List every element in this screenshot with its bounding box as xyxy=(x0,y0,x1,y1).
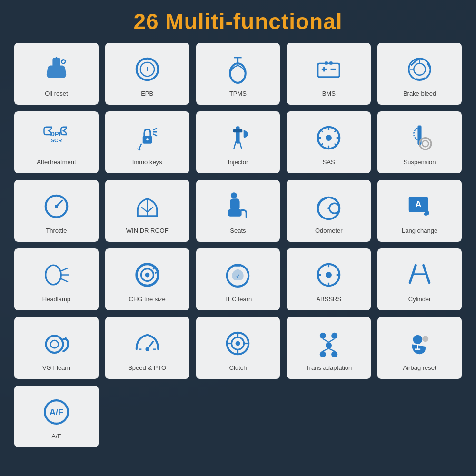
card-label: SAS xyxy=(323,159,335,166)
svg-rect-9 xyxy=(329,61,333,65)
card-label: TPMS xyxy=(229,90,247,97)
card-label: A/F xyxy=(51,433,61,440)
svg-line-74 xyxy=(323,348,329,351)
feature-grid: Oil reset!EPBTPMSBMSBrake bleedDPFSCRAft… xyxy=(14,43,462,447)
svg-point-62 xyxy=(236,341,240,346)
card-vgt-learn[interactable]: VGT learn xyxy=(14,317,99,379)
svg-point-14 xyxy=(414,63,425,75)
card-label: Seats xyxy=(230,227,246,234)
dpf-icon: DPFSCR xyxy=(40,121,73,155)
svg-text:!: ! xyxy=(146,65,149,73)
card-label: Injector xyxy=(228,159,248,166)
card-seats[interactable]: Seats xyxy=(196,180,280,242)
injector-icon xyxy=(221,121,255,155)
svg-text:✓: ✓ xyxy=(236,273,240,279)
headlamp-icon xyxy=(40,258,73,292)
svg-point-37 xyxy=(327,207,330,209)
svg-point-68 xyxy=(331,333,337,339)
card-label: Lang change xyxy=(402,227,437,234)
card-tpms[interactable]: TPMS xyxy=(196,43,280,105)
card-label: Immo keys xyxy=(132,159,162,166)
sas-icon xyxy=(312,121,346,155)
epb-icon: ! xyxy=(130,53,164,86)
vgt-icon xyxy=(40,327,73,360)
svg-point-70 xyxy=(320,351,326,357)
lang-icon: A xyxy=(403,190,436,223)
svg-rect-21 xyxy=(236,126,240,144)
card-headlamp[interactable]: Headlamp xyxy=(14,248,99,310)
card-label: Airbag reset xyxy=(403,364,436,371)
card-label: Trans adaptation xyxy=(306,364,352,371)
clutch-icon xyxy=(221,327,255,360)
svg-point-50 xyxy=(326,272,332,278)
svg-line-41 xyxy=(61,268,68,271)
svg-line-72 xyxy=(323,339,329,342)
card-brake-bleed[interactable]: Brake bleed xyxy=(377,43,462,105)
card-label: WIN DR ROOF xyxy=(126,227,169,234)
suspension-icon xyxy=(403,121,436,155)
card-cylinder[interactable]: Cylinder xyxy=(377,248,462,310)
card-injector[interactable]: Injector xyxy=(196,111,280,173)
svg-point-54 xyxy=(46,336,63,353)
svg-point-20 xyxy=(146,138,149,140)
svg-point-34 xyxy=(231,192,237,198)
card-abssrs[interactable]: ABSSRS xyxy=(287,248,371,310)
svg-point-27 xyxy=(422,140,428,147)
card-bms[interactable]: BMS xyxy=(287,43,371,105)
tpms-icon xyxy=(221,53,255,86)
svg-rect-22 xyxy=(233,129,243,133)
svg-point-76 xyxy=(413,335,423,345)
af-icon: A/F xyxy=(40,396,73,429)
card-throttle[interactable]: Throttle xyxy=(14,180,99,242)
card-label: Speed & PTO xyxy=(128,364,166,371)
svg-point-40 xyxy=(46,265,61,285)
tec-icon: ✓ xyxy=(221,258,255,292)
card-oil-reset[interactable]: Oil reset xyxy=(14,43,99,105)
card-label: Oil reset xyxy=(45,90,68,97)
card-label: Brake bleed xyxy=(403,90,436,97)
bms-icon xyxy=(312,53,346,86)
card-immo-keys[interactable]: Immo keys xyxy=(105,111,189,173)
card-label: BMS xyxy=(322,90,336,97)
card-label: Throttle xyxy=(46,227,67,234)
card-lang-change[interactable]: ALang change xyxy=(377,180,462,242)
card-trans-adapt[interactable]: Trans adaptation xyxy=(287,317,371,379)
svg-line-43 xyxy=(61,279,68,282)
card-aftertreatment[interactable]: DPFSCRAftertreatment xyxy=(14,111,99,173)
card-label: TEC learn xyxy=(224,296,252,303)
speed-icon xyxy=(130,327,164,360)
odometer-icon xyxy=(312,190,346,223)
card-chg-tire[interactable]: CHG tire size xyxy=(105,248,189,310)
tire-icon xyxy=(130,258,164,292)
card-label: Odometer xyxy=(315,227,343,234)
card-sas[interactable]: SAS xyxy=(287,111,371,173)
svg-point-67 xyxy=(320,333,326,339)
brake-icon xyxy=(403,53,436,86)
svg-point-55 xyxy=(50,340,58,348)
card-tec-learn[interactable]: ✓TEC learn xyxy=(196,248,280,310)
card-label: Aftertreatment xyxy=(37,159,76,166)
oil-icon xyxy=(40,53,73,86)
card-win-dr-roof[interactable]: WIN DR ROOF xyxy=(105,180,189,242)
cylinder-icon xyxy=(403,258,436,292)
card-label: CHG tire size xyxy=(129,296,166,303)
throttle-icon xyxy=(40,190,73,223)
card-clutch[interactable]: Clutch xyxy=(196,317,280,379)
card-suspension[interactable]: Suspension xyxy=(377,111,462,173)
svg-text:A/F: A/F xyxy=(50,407,63,417)
card-label: EPB xyxy=(141,90,153,97)
svg-point-30 xyxy=(55,205,58,208)
card-airbag-reset[interactable]: Airbag reset xyxy=(377,317,462,379)
svg-point-69 xyxy=(326,342,332,348)
svg-point-77 xyxy=(422,336,428,342)
svg-point-24 xyxy=(326,135,332,141)
card-speed-pto[interactable]: Speed & PTO xyxy=(105,317,189,379)
svg-text:A: A xyxy=(416,199,422,209)
card-label: Headlamp xyxy=(42,296,70,303)
card-odometer[interactable]: Odometer xyxy=(287,180,371,242)
winroof-icon xyxy=(130,190,164,223)
airbag-icon xyxy=(403,327,436,360)
card-af[interactable]: A/FA/F xyxy=(14,386,99,447)
card-epb[interactable]: !EPB xyxy=(105,43,189,105)
card-label: Cylinder xyxy=(408,296,431,303)
